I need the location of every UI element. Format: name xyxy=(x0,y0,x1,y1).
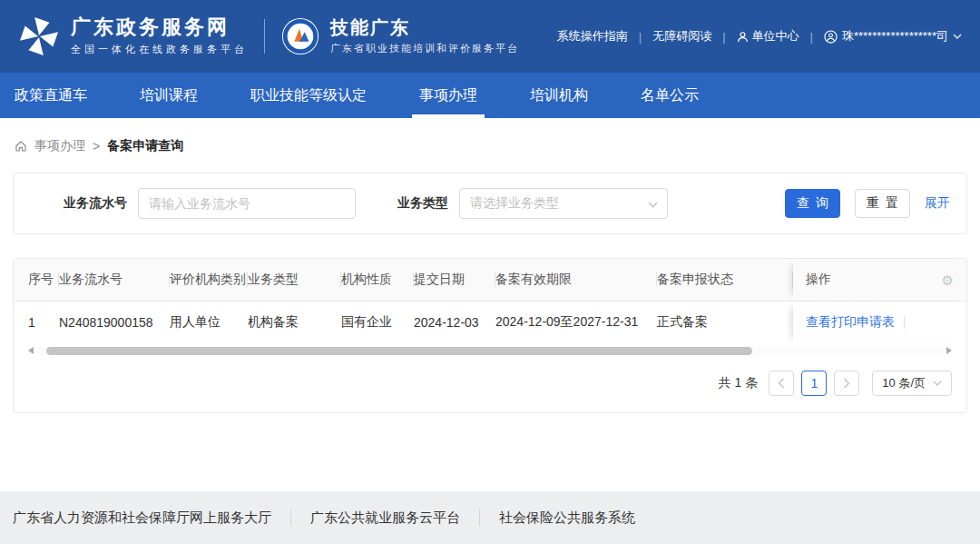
user-name: 珠******************司 xyxy=(842,28,948,45)
user-circle-icon xyxy=(824,30,838,44)
footer-link-social-insurance[interactable]: 社会保险公共服务系统 xyxy=(499,509,635,527)
main-navigation: 政策直通车 培训课程 职业技能等级认定 事项办理 培训机构 名单公示 xyxy=(0,73,980,118)
skills-brand: 技能广东 广东省职业技能培训和评价服务平台 xyxy=(281,17,519,55)
breadcrumb-section[interactable]: 事项办理 xyxy=(34,138,85,154)
accessibility-label: 无障碍阅读 xyxy=(652,28,711,45)
accessibility-link[interactable]: 无障碍阅读 xyxy=(652,28,711,45)
chevron-down-icon xyxy=(953,34,962,39)
footer-link-hrss-hall[interactable]: 广东省人力资源和社会保障厅网上服务大厅 xyxy=(13,509,271,527)
breadcrumb: 事项办理 > 备案申请查询 xyxy=(15,138,965,154)
breadcrumb-separator: > xyxy=(93,139,100,153)
nav-item-matters-handling[interactable]: 事项办理 xyxy=(412,73,485,118)
header-separator: | xyxy=(722,30,725,44)
search-filter-panel: 业务流水号 业务类型 请选择业务类型 查询 重置 展开 xyxy=(13,173,967,234)
chevron-right-icon xyxy=(843,378,850,389)
results-table: 序号 业务流水号 评价机构类别 业务类型 机构性质 提交日期 备案有效期限 备案… xyxy=(14,259,966,343)
business-type-select[interactable]: 请选择业务类型 xyxy=(459,188,668,219)
header-utility-links: 系统操作指南 | 无障碍阅读 | 单位中心 | 珠***************… xyxy=(557,28,962,45)
cell-serial: N240819000158 xyxy=(59,302,170,343)
page-size-value: 10 条/页 xyxy=(882,375,926,391)
search-button[interactable]: 查询 xyxy=(785,189,840,218)
table-header-row: 序号 业务流水号 评价机构类别 业务类型 机构性质 提交日期 备案有效期限 备案… xyxy=(14,259,966,302)
pagination-total: 共 1 条 xyxy=(719,375,759,391)
horizontal-scrollbar-track[interactable] xyxy=(37,347,943,355)
skills-site-subtitle: 广东省职业技能培训和评价服务平台 xyxy=(330,42,519,55)
cell-validity: 2024-12-09至2027-12-31 xyxy=(495,302,657,343)
chevron-down-icon xyxy=(933,381,942,386)
column-header-validity: 备案有效期限 xyxy=(495,259,657,301)
column-header-seq: 序号 xyxy=(14,259,59,301)
user-account-menu[interactable]: 珠******************司 xyxy=(824,28,962,45)
horizontal-scrollbar-thumb[interactable] xyxy=(46,347,752,355)
column-settings-gear-icon[interactable]: ⚙ xyxy=(942,273,954,287)
action-divider xyxy=(904,316,905,329)
cell-category: 用人单位 xyxy=(170,302,248,343)
view-print-application-link[interactable]: 查看打印申请表 xyxy=(806,314,895,331)
column-header-category: 评价机构类别 xyxy=(170,259,248,301)
skills-site-title: 技能广东 xyxy=(330,17,519,37)
cell-date: 2024-12-03 xyxy=(414,302,495,343)
pagination-prev-button[interactable] xyxy=(769,371,794,396)
unit-center-link[interactable]: 单位中心 xyxy=(737,28,799,45)
column-header-action: 操作 ⚙ xyxy=(793,259,966,301)
home-icon[interactable] xyxy=(15,140,27,153)
nav-item-training-courses[interactable]: 培训课程 xyxy=(132,73,205,118)
system-guide-label: 系统操作指南 xyxy=(557,28,628,45)
gov-brand: 广东政务服务网 全国一体化在线政务服务平台 xyxy=(18,15,248,57)
gov-site-title: 广东政务服务网 xyxy=(71,16,248,38)
reset-button-label: 重置 xyxy=(867,195,905,212)
cell-nature: 国有企业 xyxy=(341,302,414,343)
footer-divider xyxy=(479,509,480,526)
serial-number-label: 业务流水号 xyxy=(64,195,127,212)
scroll-right-arrow-icon[interactable] xyxy=(946,347,952,354)
business-type-placeholder: 请选择业务类型 xyxy=(470,195,559,212)
cell-status: 正式备案 xyxy=(657,302,793,343)
top-header: 广东政务服务网 全国一体化在线政务服务平台 技能广东 广东省职业技能培训和评价服… xyxy=(0,0,980,73)
footer-link-employment-cloud[interactable]: 广东公共就业服务云平台 xyxy=(310,509,460,527)
horizontal-scrollbar xyxy=(28,345,952,356)
search-button-label: 查询 xyxy=(797,195,835,212)
cell-seq: 1 xyxy=(14,302,59,343)
nav-item-training-institutions[interactable]: 培训机构 xyxy=(523,73,595,118)
column-header-serial: 业务流水号 xyxy=(59,259,170,301)
expand-link[interactable]: 展开 xyxy=(925,195,950,212)
skills-gd-badge-icon xyxy=(281,17,319,55)
gov-pinwheel-logo-icon xyxy=(18,15,60,57)
header-separator: | xyxy=(639,30,642,44)
footer: 广东省人力资源和社会保障厅网上服务大厅 广东公共就业服务云平台 社会保险公共服务… xyxy=(0,491,980,544)
breadcrumb-current: 备案申请查询 xyxy=(107,138,183,154)
scroll-left-arrow-icon[interactable] xyxy=(28,347,34,354)
page-size-select[interactable]: 10 条/页 xyxy=(872,371,952,396)
column-header-date: 提交日期 xyxy=(414,259,495,301)
person-icon xyxy=(737,31,749,43)
gov-site-subtitle: 全国一体化在线政务服务平台 xyxy=(71,43,248,56)
chevron-down-icon xyxy=(648,202,658,208)
nav-item-skill-level-certification[interactable]: 职业技能等级认定 xyxy=(243,73,374,118)
column-header-type: 业务类型 xyxy=(248,259,341,301)
system-guide-link[interactable]: 系统操作指南 xyxy=(557,28,628,45)
unit-center-label: 单位中心 xyxy=(752,28,799,45)
column-header-status: 备案申报状态 xyxy=(657,259,793,301)
business-type-label: 业务类型 xyxy=(397,195,448,212)
table-row: 1 N240819000158 用人单位 机构备案 国有企业 2024-12-0… xyxy=(14,302,966,343)
column-header-nature: 机构性质 xyxy=(341,259,414,301)
action-header-label: 操作 xyxy=(806,272,831,288)
header-separator: | xyxy=(810,30,813,44)
nav-item-public-list[interactable]: 名单公示 xyxy=(633,73,706,118)
results-table-panel: 序号 业务流水号 评价机构类别 业务类型 机构性质 提交日期 备案有效期限 备案… xyxy=(13,258,967,413)
brand-divider xyxy=(264,19,265,54)
pagination-next-button[interactable] xyxy=(834,371,859,396)
pagination-page-1[interactable]: 1 xyxy=(801,371,827,396)
pagination: 共 1 条 1 10 条/页 xyxy=(14,371,952,396)
chevron-left-icon xyxy=(778,378,785,389)
footer-divider xyxy=(290,509,291,526)
cell-action: 查看打印申请表 xyxy=(793,302,966,343)
nav-item-policy-express[interactable]: 政策直通车 xyxy=(7,73,94,118)
reset-button[interactable]: 重置 xyxy=(855,189,910,218)
serial-number-input[interactable] xyxy=(138,188,356,219)
cell-type: 机构备案 xyxy=(248,302,341,343)
